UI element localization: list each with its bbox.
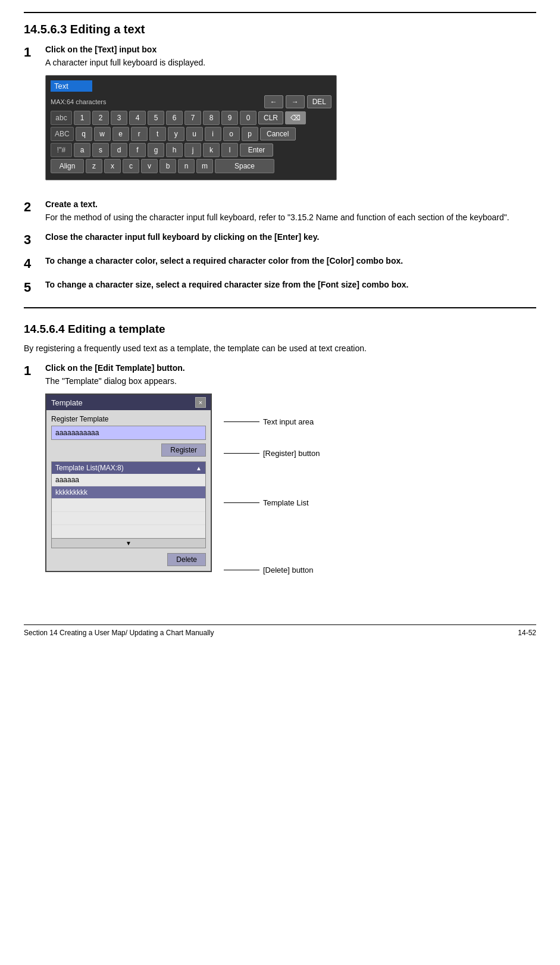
kb-key-2[interactable]: 2: [92, 111, 109, 125]
annotation-delete: [Delete] button: [224, 566, 320, 574]
kb-key-k[interactable]: k: [203, 143, 220, 157]
dialog-close-btn[interactable]: ×: [195, 397, 206, 408]
step-3-title: Close the character input full keyboard …: [45, 232, 536, 242]
step-2-body: For the method of using the character in…: [45, 211, 536, 224]
kb-key-p[interactable]: p: [242, 127, 258, 141]
kb-key-6[interactable]: 6: [166, 111, 183, 125]
kb-key-b[interactable]: b: [159, 159, 176, 173]
footer-right: 14-52: [518, 629, 536, 637]
kb-key-m[interactable]: m: [196, 159, 213, 173]
step-4-content: To change a character color, select a re…: [45, 256, 536, 268]
annotation-template-list: Template List: [224, 498, 320, 507]
kb-align-btn[interactable]: Align: [51, 159, 84, 173]
step-2-1-content: Click on the [Edit Template] button. The…: [45, 363, 536, 601]
dialog-body: Register Template Register Template List…: [46, 410, 211, 571]
kb-arrow-left[interactable]: ←: [264, 95, 283, 108]
section-heading-2: 14.5.6.4 Editing a template: [24, 323, 536, 336]
list-item-2[interactable]: kkkkkkkkk: [52, 486, 205, 499]
kb-row-1: abc 1 2 3 4 5 6 7 8 9 0 CLR ⌫: [51, 111, 331, 125]
template-dialog: Template × Register Template Register Te…: [45, 394, 212, 572]
step-2-1: 1 Click on the [Edit Template] button. T…: [24, 363, 536, 601]
dialog-list-items[interactable]: aaaaaa kkkkkkkkk: [52, 474, 205, 538]
annotations-container: Text input area [Register] button Templa…: [224, 417, 320, 591]
kb-key-c[interactable]: c: [123, 159, 139, 173]
step-5-content: To change a character size, select a req…: [45, 280, 536, 292]
step-1-title: Click on the [Text] input box: [45, 45, 536, 54]
kb-key-j[interactable]: j: [184, 143, 201, 157]
kb-key-4[interactable]: 4: [129, 111, 146, 125]
kb-key-3[interactable]: 3: [111, 111, 127, 125]
step-2-1-title: Click on the [Edit Template] button.: [45, 363, 536, 373]
kb-key-0[interactable]: 0: [240, 111, 256, 125]
annotation-delete-label: [Delete] button: [263, 566, 314, 574]
kb-key-x[interactable]: x: [104, 159, 121, 173]
step-3: 3 Close the character input full keyboar…: [24, 232, 536, 248]
kb-clr-btn[interactable]: CLR: [258, 111, 283, 124]
section-heading-1: 14.5.6.3 Editing a text: [24, 23, 536, 36]
template-dialog-wrapper: Template × Register Template Register Te…: [45, 394, 536, 591]
annotation-line-4: [224, 570, 259, 570]
kb-key-1[interactable]: 1: [74, 111, 90, 125]
kb-key-f[interactable]: f: [129, 143, 146, 157]
annotation-template-list-label: Template List: [263, 498, 309, 507]
step-5: 5 To change a character size, select a r…: [24, 280, 536, 295]
kb-key-e[interactable]: e: [112, 127, 129, 141]
kb-max-label: MAX:64 characters: [51, 98, 107, 105]
annotation-register-label: [Register] button: [263, 449, 320, 458]
step-number-2: 2: [24, 199, 45, 215]
kb-cancel-btn[interactable]: Cancel: [260, 127, 296, 140]
kb-key-8[interactable]: 8: [203, 111, 220, 125]
list-item-5: [52, 525, 205, 538]
scrollbar-bottom: ▼: [52, 538, 205, 548]
dialog-title: Template: [51, 398, 83, 407]
kb-label-abc-upper: ABC: [51, 127, 74, 141]
kb-key-i[interactable]: i: [205, 127, 221, 141]
step-number-5: 5: [24, 280, 45, 295]
dialog-titlebar: Template ×: [46, 395, 211, 410]
dialog-list-header-text: Template List(MAX:8): [55, 464, 124, 472]
kb-key-5[interactable]: 5: [148, 111, 164, 125]
kb-key-7[interactable]: 7: [184, 111, 201, 125]
step-1: 1 Click on the [Text] input box A charac…: [24, 45, 536, 191]
kb-key-y[interactable]: y: [168, 127, 184, 141]
section-divider: [24, 307, 536, 308]
kb-key-s[interactable]: s: [92, 143, 109, 157]
kb-key-u[interactable]: u: [186, 127, 203, 141]
step-5-title: To change a character size, select a req…: [45, 280, 536, 289]
kb-key-n[interactable]: n: [178, 159, 195, 173]
kb-key-q[interactable]: q: [76, 127, 92, 141]
step-1-body: A character input full keyboard is displ…: [45, 57, 536, 69]
kb-top-buttons: ← → DEL: [264, 95, 331, 108]
dialog-register-btn[interactable]: Register: [161, 444, 206, 457]
kb-key-r[interactable]: r: [131, 127, 148, 141]
kb-arrow-right[interactable]: →: [286, 95, 305, 108]
kb-row-3: !"# a s d f g h j k l Enter: [51, 143, 331, 157]
kb-key-o[interactable]: o: [223, 127, 240, 141]
kb-key-d[interactable]: d: [111, 143, 127, 157]
kb-key-a[interactable]: a: [74, 143, 90, 157]
dialog-text-input[interactable]: [51, 426, 206, 440]
dialog-list-container: Template List(MAX:8) ▲ aaaaaa kkkkkkkkk …: [51, 461, 206, 548]
scrollbar-indicator: ▲: [196, 465, 202, 471]
kb-key-h[interactable]: h: [166, 143, 183, 157]
kb-key-l[interactable]: l: [221, 143, 238, 157]
dialog-register-row: Register: [51, 444, 206, 457]
kb-space-btn[interactable]: Space: [215, 159, 274, 173]
kb-key-g[interactable]: g: [148, 143, 164, 157]
list-item-3: [52, 499, 205, 512]
list-item-1[interactable]: aaaaaa: [52, 474, 205, 486]
kb-key-t[interactable]: t: [149, 127, 166, 141]
kb-key-v[interactable]: v: [141, 159, 158, 173]
kb-top-row: MAX:64 characters ← → DEL: [51, 95, 331, 108]
kb-key-w[interactable]: w: [94, 127, 111, 141]
annotation-line-1: [224, 421, 259, 422]
dialog-delete-btn[interactable]: Delete: [167, 553, 206, 566]
kb-key-z[interactable]: z: [86, 159, 102, 173]
kb-enter-btn[interactable]: Enter: [240, 143, 273, 157]
step-number-1: 1: [24, 45, 45, 60]
kb-label-special: !"#: [51, 143, 72, 157]
kb-backspace-btn[interactable]: ⌫: [285, 111, 306, 124]
kb-del-btn[interactable]: DEL: [307, 95, 331, 108]
kb-key-9[interactable]: 9: [221, 111, 238, 125]
list-item-4: [52, 512, 205, 525]
